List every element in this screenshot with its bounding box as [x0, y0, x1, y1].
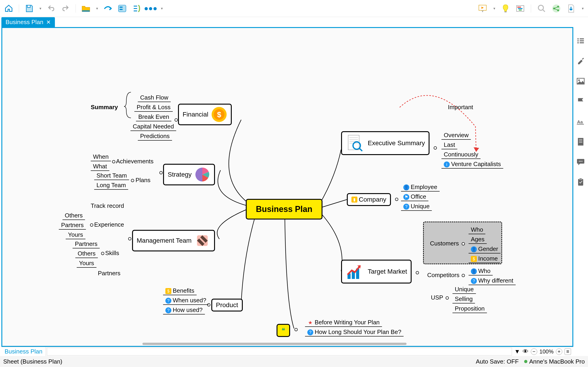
- skills-label[interactable]: Skills: [105, 250, 119, 257]
- visibility-icon[interactable]: 👁: [523, 348, 528, 355]
- node-notes[interactable]: ❝: [277, 324, 290, 337]
- undo-icon[interactable]: [46, 3, 56, 14]
- boundary-icon[interactable]: [117, 3, 127, 14]
- leaf-cust-who[interactable]: Who: [468, 226, 485, 234]
- more-dropdown-caret[interactable]: ▼: [160, 7, 164, 10]
- port-target[interactable]: [416, 271, 419, 274]
- export-dropdown-caret[interactable]: ▼: [581, 7, 584, 10]
- important-label[interactable]: Important: [448, 104, 473, 111]
- leaf-office[interactable]: ⚑Office: [401, 193, 428, 201]
- leaf-usp-prop[interactable]: Proposition: [452, 305, 487, 313]
- node-strategy[interactable]: Strategy: [163, 164, 215, 185]
- zoom-out-button[interactable]: −: [531, 348, 537, 355]
- filter-icon[interactable]: ▼: [514, 348, 520, 355]
- port-mgmt[interactable]: [128, 237, 131, 240]
- leaf-predictions[interactable]: Predictions: [138, 132, 172, 141]
- leaf-cust-gender[interactable]: 👤Gender: [468, 245, 501, 253]
- presentation-dropdown-caret[interactable]: ▼: [493, 7, 496, 10]
- summary-label[interactable]: Summary: [91, 104, 118, 111]
- leaf-cust-income[interactable]: $Income: [468, 255, 500, 263]
- node-management[interactable]: Management Team: [132, 230, 215, 251]
- outline-panel-icon[interactable]: [576, 36, 585, 45]
- port-financial[interactable]: [174, 118, 178, 122]
- leaf-exp-partners[interactable]: Partners: [59, 221, 86, 230]
- export-icon[interactable]: [566, 3, 576, 14]
- port-skills[interactable]: [101, 252, 104, 255]
- leaf-exp-others[interactable]: Others: [62, 211, 85, 220]
- tab-business-plan[interactable]: Business Plan ✕: [1, 17, 55, 27]
- leaf-venture[interactable]: iVenture Capitalists: [441, 160, 503, 169]
- leaf-comp-who[interactable]: 👤Who: [468, 267, 493, 275]
- leaf-breakeven[interactable]: Break Even: [136, 113, 171, 121]
- leaf-continuously[interactable]: Continuously: [441, 150, 481, 159]
- mindmap-canvas[interactable]: Business Plan Financial $ Summary Cash F…: [2, 28, 572, 346]
- canvas-viewport[interactable]: Business Plan Financial $ Summary Cash F…: [1, 27, 573, 347]
- task-panel-icon[interactable]: [576, 177, 585, 187]
- folder-dropdown-caret[interactable]: ▼: [95, 7, 99, 10]
- gantt-icon[interactable]: [515, 3, 525, 14]
- leaf-shortteam[interactable]: Short Team: [94, 172, 129, 180]
- marker-panel-icon[interactable]: [576, 97, 585, 106]
- port-achievements[interactable]: [112, 160, 115, 163]
- port-strategy[interactable]: [159, 171, 163, 174]
- leaf-sk-others[interactable]: Others: [75, 250, 98, 258]
- port-notes[interactable]: [294, 328, 298, 331]
- node-executive[interactable]: Executive Summary: [341, 131, 430, 155]
- redo-icon[interactable]: [61, 3, 70, 14]
- port-company[interactable]: [395, 198, 398, 201]
- port-exp[interactable]: [90, 223, 93, 227]
- leaf-capital[interactable]: Capital Needed: [130, 123, 176, 131]
- customers-label[interactable]: Customers: [430, 240, 459, 247]
- port-competitors[interactable]: [462, 274, 465, 277]
- port-exec[interactable]: [434, 146, 437, 150]
- horizontal-scrollbar-thumb[interactable]: [142, 343, 406, 345]
- format-panel-icon[interactable]: [576, 56, 585, 66]
- node-financial[interactable]: Financial $: [178, 104, 232, 125]
- experience-label[interactable]: Experience: [94, 221, 124, 228]
- node-product[interactable]: Product: [211, 299, 243, 311]
- folder-icon[interactable]: [81, 3, 91, 14]
- relationship-icon[interactable]: [103, 3, 113, 14]
- leaf-employee[interactable]: 👤Employee: [401, 183, 440, 192]
- plans-label[interactable]: Plans: [136, 177, 150, 184]
- sheet-tab[interactable]: Business Plan: [1, 347, 46, 356]
- presentation-icon[interactable]: [477, 3, 488, 14]
- text-panel-icon[interactable]: Aa: [576, 117, 585, 126]
- sheet-name-input[interactable]: [47, 348, 512, 356]
- leaf-sk-partners[interactable]: Partners: [73, 240, 100, 248]
- fit-button[interactable]: ≡: [565, 348, 571, 355]
- comments-panel-icon[interactable]: [576, 157, 585, 167]
- port-customers[interactable]: [462, 242, 465, 245]
- leaf-last[interactable]: Last: [441, 141, 457, 149]
- image-panel-icon[interactable]: [576, 77, 585, 86]
- competitors-label[interactable]: Competitors: [427, 272, 459, 279]
- leaf-profitloss[interactable]: Profit & Loss: [134, 103, 173, 112]
- leaf-howused[interactable]: ?How used?: [163, 306, 205, 315]
- leaf-howlong[interactable]: ?How Long Should Your Plan Be?: [305, 328, 404, 336]
- save-icon[interactable]: [24, 3, 34, 14]
- idea-icon[interactable]: [501, 3, 510, 14]
- leaf-whenused[interactable]: ?When used?: [163, 296, 208, 305]
- summary-icon[interactable]: [131, 3, 141, 14]
- achievements-label[interactable]: Achievements: [116, 158, 153, 165]
- partners-label[interactable]: Partners: [98, 270, 120, 277]
- node-target[interactable]: Target Market: [341, 260, 412, 284]
- central-topic[interactable]: Business Plan: [246, 199, 322, 219]
- search-icon[interactable]: [536, 3, 547, 14]
- leaf-usp-unique[interactable]: Unique: [452, 285, 476, 294]
- leaf-when[interactable]: When: [91, 153, 111, 161]
- leaf-sk-yours[interactable]: Yours: [77, 259, 96, 268]
- leaf-what[interactable]: What: [91, 162, 109, 171]
- usp-label[interactable]: USP: [431, 294, 443, 301]
- leaf-overview[interactable]: Overview: [441, 131, 471, 140]
- tab-close-icon[interactable]: ✕: [46, 19, 51, 25]
- trackrecord-label[interactable]: Track record: [91, 202, 124, 209]
- leaf-longteam[interactable]: Long Team: [94, 181, 128, 190]
- notes-panel-icon[interactable]: [576, 137, 585, 146]
- port-plans[interactable]: [131, 179, 134, 182]
- leaf-exp-yours[interactable]: Yours: [66, 231, 86, 239]
- leaf-comp-why[interactable]: ?Why different: [468, 277, 516, 285]
- share-icon[interactable]: [551, 3, 561, 14]
- leaf-benefits[interactable]: $Benefits: [163, 287, 197, 295]
- leaf-unique[interactable]: ?Unique: [401, 202, 432, 211]
